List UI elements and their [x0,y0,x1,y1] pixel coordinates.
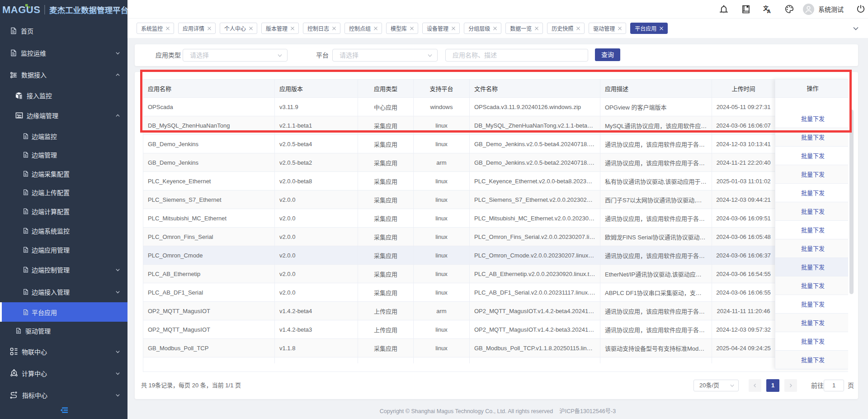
svg-text:MAGUS: MAGUS [2,4,40,15]
svg-text:麦杰工业数据管理平台: 麦杰工业数据管理平台 [49,6,127,15]
svg-text:A: A [767,9,771,14]
